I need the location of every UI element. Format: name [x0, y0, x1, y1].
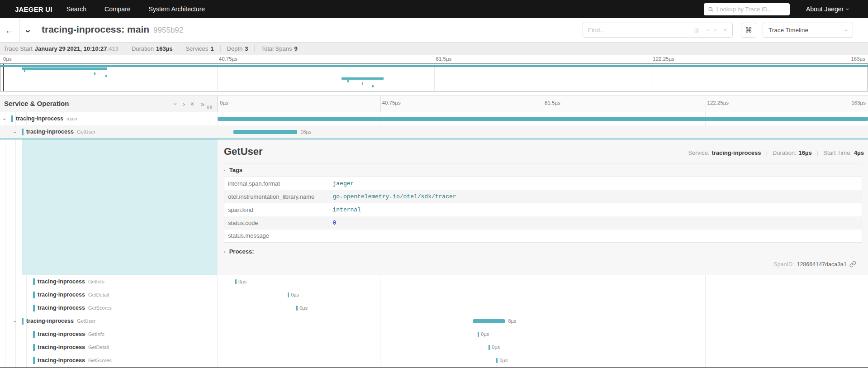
back-button[interactable]: ← — [0, 18, 20, 42]
span-service-name: tracing-inprocessGetInfo — [38, 278, 104, 285]
tag-value: internal — [329, 203, 862, 216]
axis-tick-label: 122.25µs — [653, 56, 674, 62]
span-duration-tick[interactable] — [489, 345, 490, 350]
span-row[interactable]: tracing-inprocessGetInfo0µs — [0, 275, 868, 288]
nav-item-compare[interactable]: Compare — [104, 5, 131, 13]
focus-match-icon[interactable]: ◎ — [694, 27, 699, 33]
span-service-name: tracing-inprocessGetInfo — [38, 331, 104, 337]
span-color-bar — [33, 305, 35, 311]
chevron-down-icon: › — [843, 29, 849, 31]
tag-key: span.kind — [224, 203, 329, 216]
tag-row[interactable]: span.kindinternal — [224, 203, 862, 216]
span-toggle-chevron-icon[interactable]: › — [12, 131, 19, 133]
span-service-name: tracing-inprocessGetDetail — [38, 292, 109, 298]
tag-value: jaeger — [329, 177, 862, 190]
span-duration-bar[interactable] — [233, 130, 297, 134]
clear-find-icon[interactable]: × — [723, 27, 727, 33]
trace-id-lookup — [704, 3, 790, 15]
nav-menu: SearchCompareSystem Architecture — [66, 5, 205, 13]
trace-view-select[interactable]: Trace Timeline › — [763, 23, 853, 38]
indent-guide — [15, 139, 16, 275]
prev-match-icon[interactable]: › — [704, 29, 710, 31]
span-duration-tick[interactable] — [478, 332, 479, 337]
tag-row[interactable]: internal.span.formatjaeger — [224, 177, 862, 190]
axis-tick-line — [380, 96, 381, 112]
span-operation-name: GetDetail — [88, 345, 109, 350]
tag-value: 0 — [329, 216, 862, 230]
span-toggle-chevron-icon[interactable]: › — [1, 118, 8, 120]
minimap-span — [342, 77, 384, 80]
span-row[interactable]: ›tracing-inprocessmain — [0, 112, 868, 125]
span-bar-area: 0µs — [218, 288, 868, 302]
detail-span-meta: Service:tracing-inprocess | Duration:16µ… — [688, 149, 864, 156]
span-duration-tick[interactable] — [496, 358, 498, 363]
jaeger-logo[interactable]: JAEGER UI — [15, 5, 52, 13]
process-section-header[interactable]: › Process: — [224, 248, 254, 255]
trace-id-lookup-input[interactable] — [716, 6, 784, 13]
span-duration-tick[interactable] — [296, 306, 298, 311]
tag-key: status.message — [224, 230, 329, 243]
span-row[interactable]: tracing-inprocessGetScores0µs — [0, 354, 868, 367]
span-bar-area — [218, 112, 868, 125]
span-duration-tick[interactable] — [288, 292, 289, 297]
service-operation-title: Service & Operation — [4, 100, 69, 107]
timeline-header: Service & Operation › › » » ▮▮ 0µs40.75µ… — [0, 95, 868, 112]
span-row[interactable]: ›tracing-inprocessGetUser16µs — [0, 125, 868, 139]
span-row[interactable]: tracing-inprocessGetInfo0µs — [0, 328, 868, 341]
expand-one-icon[interactable]: › — [183, 101, 185, 107]
collapse-one-icon[interactable]: › — [172, 103, 179, 105]
span-row[interactable]: ›tracing-inprocessGetUser8µs — [0, 315, 868, 328]
meta-trace-start: Trace StartJanuary 29 2021, 10:10:27.413 — [4, 45, 125, 52]
span-bar-area: 0µs — [218, 354, 868, 367]
minimap-scrubber-left-handle[interactable] — [3, 64, 4, 91]
about-jaeger-menu[interactable]: About Jaeger › — [806, 0, 849, 18]
minimap-canvas[interactable] — [0, 63, 868, 91]
collapse-all-icon[interactable]: » — [190, 102, 196, 105]
span-color-bar — [33, 292, 35, 298]
collapse-controls: › › » » — [175, 96, 204, 112]
selected-span-strip[interactable] — [22, 139, 218, 275]
span-duration-tick[interactable] — [235, 279, 237, 284]
span-operation-name: GetUser — [77, 129, 95, 134]
span-row[interactable]: tracing-inprocessGetDetail0µs — [0, 288, 868, 302]
nav-item-search[interactable]: Search — [66, 5, 86, 13]
find-input[interactable] — [583, 27, 688, 34]
nav-item-system-architecture[interactable]: System Architecture — [149, 5, 205, 13]
tag-row[interactable]: otel.instrumentation_library.namego.open… — [224, 190, 862, 203]
tag-row[interactable]: status.message — [224, 230, 862, 243]
chevron-down-icon: › — [222, 169, 228, 171]
span-color-bar — [33, 278, 35, 285]
minimap-span — [362, 82, 363, 85]
tag-value: go.opentelemetry.io/otel/sdk/tracer — [329, 190, 862, 203]
span-color-bar — [33, 344, 35, 351]
column-resize-handle[interactable]: ▮▮ — [207, 105, 213, 110]
timeline-bottom-border — [0, 367, 868, 368]
span-id-value: 128664147daca3a1 — [797, 261, 847, 268]
span-service-name: tracing-inprocessGetUser — [26, 318, 95, 324]
span-row[interactable]: tracing-inprocessGetDetail0µs — [0, 341, 868, 354]
axis-tick-line — [543, 96, 543, 112]
collapse-trace-chevron-icon[interactable]: › — [22, 29, 34, 33]
minimap-span — [0, 65, 868, 67]
search-icon — [708, 6, 714, 12]
expand-all-icon[interactable]: » — [201, 101, 204, 107]
span-service-name: tracing-inprocessGetScores — [38, 357, 112, 364]
tag-key: internal.span.format — [224, 177, 329, 190]
tag-key: status.code — [224, 216, 329, 230]
tags-section-header[interactable]: › Tags — [224, 167, 242, 173]
span-row[interactable]: tracing-inprocessGetScores0µs — [0, 302, 868, 315]
find-box: ◎ › › × — [583, 23, 733, 38]
minimap-gridline — [217, 64, 218, 91]
next-match-icon[interactable]: › — [713, 29, 719, 31]
top-nav: JAEGER UI SearchCompareSystem Architectu… — [0, 0, 868, 18]
keyboard-shortcuts-button[interactable]: ⌘ — [741, 23, 756, 38]
span-duration-bar[interactable] — [473, 319, 505, 323]
timeline-axis: 0µs40.75µs81.5µs122.25µs163µs — [218, 96, 868, 112]
span-duration-label: 8µs — [508, 318, 516, 324]
span-toggle-chevron-icon[interactable]: › — [12, 321, 19, 322]
copy-link-icon[interactable] — [849, 261, 856, 268]
tag-row[interactable]: status.code0 — [224, 216, 862, 230]
span-duration-bar[interactable] — [218, 117, 868, 121]
trace-toolbar: ◎ › › × ⌘ Trace Timeline › — [583, 23, 853, 38]
axis-tick-label: 0µs — [3, 56, 12, 62]
